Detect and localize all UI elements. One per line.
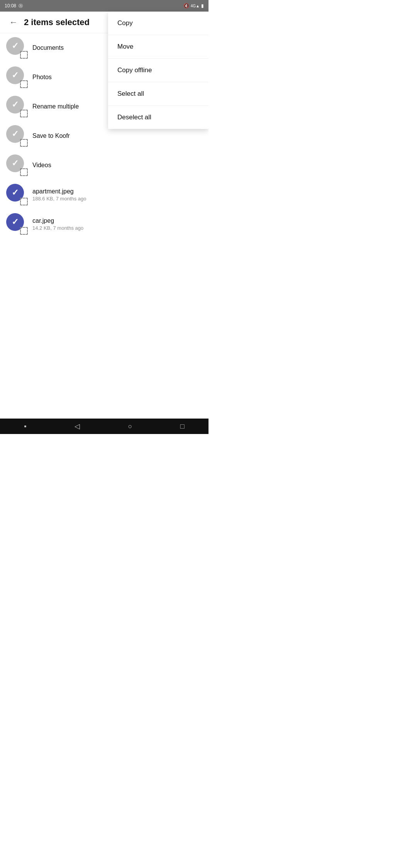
status-time: 10:08	[5, 3, 16, 8]
nav-recents-icon[interactable]: □	[180, 422, 185, 431]
avatar-wrapper: ✓	[6, 184, 28, 205]
selection-border	[20, 168, 28, 176]
file-info: Videos	[32, 162, 51, 169]
menu-item-move[interactable]: Move	[108, 35, 208, 59]
check-icon: ✓	[12, 217, 19, 227]
selection-border	[20, 110, 28, 117]
menu-item-select-all[interactable]: Select all	[108, 82, 208, 106]
file-name: Photos	[32, 74, 52, 81]
selection-border	[20, 198, 28, 205]
file-name: car.jpeg	[32, 217, 83, 224]
check-icon: ✓	[12, 129, 19, 139]
avatar-wrapper: ✓	[6, 154, 28, 176]
file-name: Documents	[32, 44, 64, 51]
avatar-wrapper: ✓	[6, 37, 28, 59]
check-icon: ✓	[12, 70, 19, 80]
avatar-wrapper: ✓	[6, 96, 28, 117]
nav-bar: ▪ ◁ ○ □	[0, 419, 208, 434]
avatar-wrapper: ✓	[6, 66, 28, 88]
avatar-wrapper: ✓	[6, 213, 28, 235]
file-info: Save to Koofr	[32, 132, 70, 139]
menu-item-deselect-all[interactable]: Deselect all	[108, 106, 208, 129]
battery-icon: ▮	[201, 3, 204, 8]
file-info: apartment.jpeg188.6 KB, 7 months ago	[32, 188, 86, 202]
file-name: Rename multiple	[32, 103, 79, 110]
nav-square-icon: ▪	[24, 422, 26, 431]
file-name: apartment.jpeg	[32, 188, 86, 195]
page-title: 2 items selected	[24, 17, 90, 27]
nav-home-icon[interactable]: ○	[128, 422, 132, 431]
check-icon: ✓	[12, 100, 19, 110]
check-icon: ✓	[12, 158, 19, 168]
nav-back-icon[interactable]: ◁	[75, 422, 80, 431]
selection-border	[20, 80, 28, 88]
signal-icon: 4G▲	[191, 4, 200, 8]
file-name: Save to Koofr	[32, 132, 70, 139]
avatar-wrapper: ✓	[6, 125, 28, 147]
selection-border	[20, 51, 28, 59]
check-icon: ✓	[12, 188, 19, 198]
file-info: car.jpeg14.2 KB, 7 months ago	[32, 217, 83, 231]
file-name: Videos	[32, 162, 51, 169]
list-item[interactable]: ✓apartment.jpeg188.6 KB, 7 months ago	[0, 180, 208, 209]
mute-icon: 🔇	[183, 3, 189, 8]
context-menu: CopyMoveCopy offlineSelect allDeselect a…	[108, 12, 208, 129]
selection-border	[20, 227, 28, 235]
back-button[interactable]: ←	[6, 14, 21, 31]
status-right: 🔇 4G▲ ▮	[183, 3, 204, 8]
status-left: 10:08 ⓐ	[5, 3, 23, 9]
menu-item-copy-offline[interactable]: Copy offline	[108, 59, 208, 82]
accessibility-icon: ⓐ	[19, 3, 23, 9]
file-meta: 188.6 KB, 7 months ago	[32, 196, 86, 202]
file-meta: 14.2 KB, 7 months ago	[32, 225, 83, 231]
list-item[interactable]: ✓Videos	[0, 151, 208, 180]
file-info: Documents	[32, 44, 64, 51]
file-info: Photos	[32, 74, 52, 81]
status-bar: 10:08 ⓐ 🔇 4G▲ ▮	[0, 0, 208, 12]
check-icon: ✓	[12, 41, 19, 51]
file-info: Rename multiple	[32, 103, 79, 110]
menu-item-copy[interactable]: Copy	[108, 12, 208, 35]
list-item[interactable]: ✓car.jpeg14.2 KB, 7 months ago	[0, 209, 208, 239]
selection-border	[20, 139, 28, 147]
